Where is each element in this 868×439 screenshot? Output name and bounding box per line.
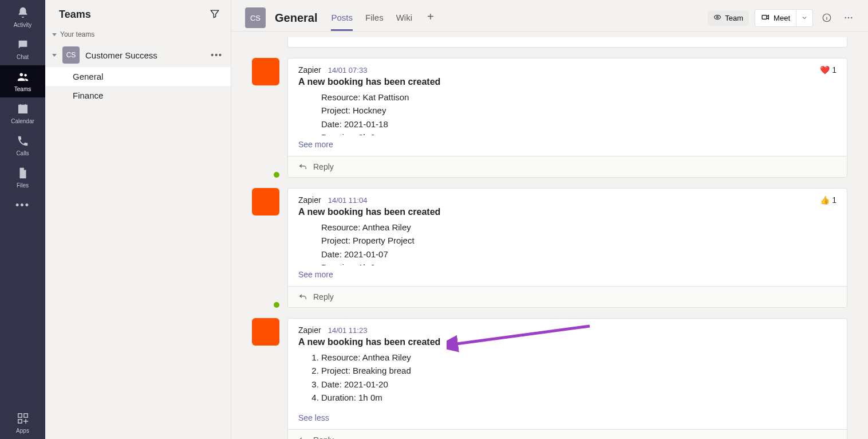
message-body: Resource: Anthea Riley Project: Breaking… <box>321 351 837 404</box>
svg-point-13 <box>263 69 269 75</box>
see-more-link[interactable]: See more <box>298 265 837 279</box>
previous-card-edge <box>287 37 847 48</box>
svg-rect-3 <box>18 414 21 417</box>
svg-line-19 <box>269 75 271 77</box>
channel-row-finance[interactable]: Finance <box>45 86 231 105</box>
list-item: Duration: 1h 0m <box>321 261 837 265</box>
svg-line-39 <box>260 335 263 338</box>
meet-dropdown-button[interactable] <box>796 9 813 27</box>
rail-apps-label: Apps <box>16 428 29 434</box>
message-title: A new booking has been created <box>298 337 837 347</box>
list-item: Resource: Kat Pattison <box>321 91 837 104</box>
svg-line-36 <box>260 326 263 329</box>
posts-feed[interactable]: Zapier 14/01 07:33 ❤️ 1 A new booking ha… <box>231 32 868 439</box>
svg-rect-8 <box>762 15 767 19</box>
post: Zapier 14/01 11:23 A new booking has bee… <box>252 318 847 439</box>
list-item: Duration: 1h 0m <box>321 391 837 404</box>
team-info-button[interactable]: Team <box>708 10 749 26</box>
rail-calendar[interactable]: Calendar <box>0 97 45 130</box>
eye-icon <box>713 13 721 23</box>
reply-button[interactable]: Reply <box>288 286 847 307</box>
reply-icon <box>298 436 307 439</box>
svg-line-29 <box>269 196 271 199</box>
svg-line-21 <box>260 75 263 77</box>
channel-row-general[interactable]: General <box>45 67 231 86</box>
svg-rect-5 <box>18 420 21 423</box>
people-icon <box>17 70 29 85</box>
rail-calls[interactable]: Calls <box>0 130 45 162</box>
reaction-count: 1 <box>832 195 837 205</box>
post: Zapier 14/01 07:33 ❤️ 1 A new booking ha… <box>252 58 847 178</box>
list-item: Project: Property Project <box>321 234 837 247</box>
tab-posts[interactable]: Posts <box>331 5 353 31</box>
svg-point-31 <box>263 329 269 335</box>
rail-apps[interactable]: Apps <box>0 407 45 439</box>
see-more-link[interactable]: See more <box>298 135 837 149</box>
svg-point-11 <box>848 17 849 18</box>
rail-teams-label: Teams <box>14 86 31 92</box>
reply-icon <box>298 292 307 301</box>
rail-more[interactable]: ••• <box>0 194 45 217</box>
svg-point-12 <box>851 17 852 18</box>
team-avatar: CS <box>62 46 80 64</box>
more-options-icon[interactable] <box>841 10 857 26</box>
list-item: Resource: Anthea Riley <box>321 221 837 234</box>
main-content: CS General Posts Files Wiki + Team Meet <box>231 0 868 439</box>
list-item: Project: Hockney <box>321 104 837 117</box>
zapier-avatar <box>252 318 279 346</box>
team-more-icon[interactable]: ••• <box>211 50 223 60</box>
zapier-avatar <box>252 188 279 215</box>
sender-name[interactable]: Zapier <box>298 326 321 335</box>
reaction[interactable]: 👍 1 <box>820 195 837 205</box>
rail-files[interactable]: Files <box>0 162 45 194</box>
chat-icon <box>17 38 29 53</box>
phone-icon <box>17 135 29 149</box>
rail-activity[interactable]: Activity <box>0 1 45 33</box>
channel-header: CS General Posts Files Wiki + Team Meet <box>231 0 868 32</box>
tab-files[interactable]: Files <box>365 5 384 31</box>
rail-calendar-label: Calendar <box>11 118 34 124</box>
team-row-customer-success[interactable]: CS Customer Success ••• <box>45 43 231 67</box>
thumbsup-icon: 👍 <box>820 195 830 205</box>
rail-files-label: Files <box>17 182 29 189</box>
rail-teams[interactable]: Teams <box>0 65 45 97</box>
message-card: Zapier 14/01 11:04 👍 1 A new booking has… <box>287 188 847 308</box>
list-item: Date: 2021-01-07 <box>321 248 837 261</box>
teams-pane: Teams Your teams CS Customer Success •••… <box>45 0 231 439</box>
app-rail: Activity Chat Teams Calendar Calls Files… <box>0 0 45 439</box>
meet-button[interactable]: Meet <box>755 9 796 27</box>
your-teams-label[interactable]: Your teams <box>45 26 231 43</box>
filter-icon[interactable] <box>209 8 220 21</box>
reaction[interactable]: ❤️ 1 <box>820 65 837 75</box>
timestamp: 14/01 11:04 <box>328 196 368 205</box>
svg-line-30 <box>260 205 263 207</box>
rail-calls-label: Calls <box>16 150 29 156</box>
list-item: Project: Breaking bread <box>321 364 837 377</box>
apps-icon <box>17 412 29 426</box>
sender-name[interactable]: Zapier <box>298 65 321 75</box>
rail-chat[interactable]: Chat <box>0 33 45 65</box>
list-item: Duration: 3h 0m <box>321 131 837 135</box>
message-title: A new booking has been created <box>298 77 837 87</box>
caret-down-icon <box>52 54 57 57</box>
sender-name[interactable]: Zapier <box>298 195 321 205</box>
list-item: Date: 2021-01-18 <box>321 117 837 131</box>
svg-rect-2 <box>18 105 27 113</box>
presence-available-icon <box>273 301 281 309</box>
timestamp: 14/01 07:33 <box>328 66 368 75</box>
info-icon[interactable] <box>819 10 835 26</box>
svg-point-0 <box>19 73 23 76</box>
see-less-link[interactable]: See less <box>298 404 837 422</box>
caret-down-icon <box>52 33 57 36</box>
message-title: A new booking has been created <box>298 207 837 217</box>
svg-point-7 <box>717 16 719 18</box>
add-tab-button[interactable]: + <box>425 5 436 31</box>
list-item: Date: 2021-01-20 <box>321 378 837 391</box>
reply-button[interactable]: Reply <box>288 429 847 439</box>
svg-rect-4 <box>23 414 27 417</box>
svg-point-1 <box>24 74 26 76</box>
rail-activity-label: Activity <box>14 22 32 28</box>
tab-wiki[interactable]: Wiki <box>396 5 412 31</box>
svg-point-22 <box>263 199 269 205</box>
reply-button[interactable]: Reply <box>288 156 847 177</box>
